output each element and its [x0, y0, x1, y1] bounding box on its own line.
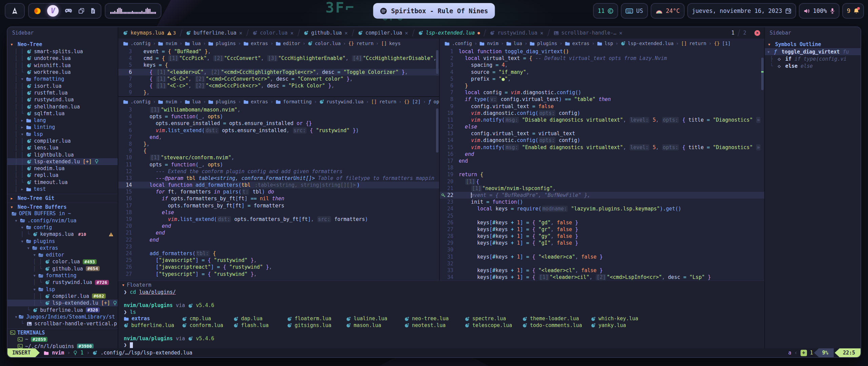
- chevron-down-icon[interactable]: ▾: [27, 245, 32, 251]
- code-line[interactable]: 20 end: [118, 223, 439, 229]
- code-line[interactable]: 26 keys[#keys + 1] = { "gd", false }: [440, 219, 764, 226]
- tree-item[interactable]: │ │ repl.lua: [7, 172, 118, 179]
- tree-item[interactable]: ▾.config/nvim/lua: [7, 217, 118, 224]
- code-line[interactable]: 6 vim.list_extend(dst: opts.ensure_insta…: [118, 127, 439, 134]
- close-all-button[interactable]: ×: [754, 30, 760, 36]
- code-line[interactable]: 3 spacing = 4,: [440, 62, 764, 68]
- floaterm-panel[interactable]: ▾ Floaterm ❯ cd lua/plugins/nvim/lua/plu…: [118, 281, 764, 348]
- code-line[interactable]: 15 for ft, formatters in pairs(t: tbl) d…: [118, 188, 439, 195]
- code-line[interactable]: 18 else: [118, 209, 439, 216]
- code-line[interactable]: 15 vim.notify(msg: "Enabled diagnostics …: [440, 144, 764, 151]
- code-line[interactable]: 33 keys[#keys + 1] = { "<leader>cl", fal…: [440, 267, 764, 274]
- code-line[interactable]: 30: [440, 246, 764, 253]
- code-line[interactable]: 8 },: [118, 141, 439, 147]
- code-line[interactable]: 3 event = { "BufRead" },: [118, 48, 439, 55]
- code-line[interactable]: 9 },: [118, 89, 439, 96]
- code-line[interactable]: 19 vim.list_extend(dst: opts.formatters_…: [118, 216, 439, 223]
- code-line[interactable]: 11 vim.notify(msg: "Disable diagnostics …: [440, 117, 764, 123]
- tree-item[interactable]: │ ▾formatting: [7, 76, 118, 82]
- tree-section-header[interactable]: ▾Neo-Tree Buffers: [7, 203, 118, 210]
- tree-item[interactable]: ▾lsp: [7, 286, 118, 293]
- code-line[interactable]: 14 local function add_formatters(tbl :ta…: [118, 182, 439, 188]
- code-line[interactable]: 14 vim.diagnostic.config(opts: config): [440, 137, 764, 144]
- tree-item[interactable]: ▾formatting: [7, 272, 118, 279]
- gamepad-icon[interactable]: [65, 8, 72, 14]
- code-line[interactable]: 1local function toggle_diag_virtext(): [440, 48, 764, 55]
- tree-item[interactable]: │ │ compiler.lua: [7, 138, 118, 144]
- code-line[interactable]: 32: [440, 260, 764, 267]
- code-line[interactable]: 5 opts.ensure_installed = opts.ensure_in…: [118, 120, 439, 127]
- updates-widget[interactable]: 11: [593, 3, 618, 19]
- code-line[interactable]: 34 keys[#keys + 1] = { [1]"<leader>cil",…: [440, 274, 764, 281]
- tree-item[interactable]: │ │ color.lua#493: [7, 258, 118, 265]
- code-line[interactable]: 20 [1]{: [440, 178, 764, 185]
- code-line[interactable]: 19return {: [440, 171, 764, 178]
- terminal-file-entry[interactable]: dap.lua: [234, 316, 287, 322]
- code-line[interactable]: 27 ["typescript"] = { "rustywind" },: [118, 271, 439, 278]
- code-line[interactable]: 7 { [1]"<S-C>", [2]"<cmd>CccConvert<cr>"…: [118, 76, 439, 82]
- tree-item[interactable]: │ │ smart-splits.lua: [7, 48, 118, 55]
- system-graph-widget[interactable]: [105, 3, 161, 19]
- tab-github-lua[interactable]: github.lua×: [299, 27, 353, 39]
- tree-item[interactable]: ~#2859: [7, 336, 118, 343]
- editor-pane-rustywind-lua[interactable]: .config›nvim›lua›plugins›extras›formatti…: [118, 97, 439, 281]
- code-line[interactable]: 17 opts.formatters_by_ft[ft] = formatter…: [118, 202, 439, 209]
- code-line[interactable]: 17end: [440, 158, 764, 164]
- chevron-down-icon[interactable]: ▾: [767, 49, 772, 55]
- code-line[interactable]: 4 cmd = { [1]"CccPick", [2]"CccConvert",…: [118, 55, 439, 62]
- terminal-file-entry[interactable]: conform.lua: [182, 322, 234, 329]
- terminal-file-entry[interactable]: cmp.lua: [182, 316, 234, 322]
- code-line[interactable]: 25 ["javascript"] = { "rustywind" },: [118, 257, 439, 264]
- terminal-file-entry[interactable]: spectre.lua: [465, 316, 522, 322]
- tree-item[interactable]: │ │ winshift.lua: [7, 62, 118, 69]
- doc-icon[interactable]: [91, 8, 96, 14]
- terminal-file-entry[interactable]: flash.lua: [234, 322, 287, 329]
- tree-item[interactable]: │ │ undotree.lua: [7, 55, 118, 62]
- tab-close-icon[interactable]: ×: [405, 30, 408, 36]
- tree-item[interactable]: │ ▸linting: [7, 124, 118, 130]
- tree-item[interactable]: │ │ lightbulb.lua: [7, 151, 118, 158]
- scrollbar-handle[interactable]: [436, 108, 438, 152]
- tree-item[interactable]: │ │ rustfmt.lua: [7, 89, 118, 96]
- editor-pane-color-lua[interactable]: .config›nvim›lua›plugins›extras›editor›c…: [118, 39, 439, 96]
- terminal-dir-entry[interactable]: extras: [124, 316, 182, 322]
- code-line[interactable]: 27 keys[#keys + 1] = { "gr", false }: [440, 226, 764, 233]
- clock-widget[interactable]: jueves, noviembre 16, 2023: [687, 3, 796, 19]
- tree-item[interactable]: │ │ neodim.lua: [7, 165, 118, 172]
- tree-item[interactable]: └ bufferline.lua#328: [7, 306, 118, 313]
- tree-item[interactable]: ~/.c/n/l/plugins#3980: [7, 343, 118, 348]
- chevron-down-icon[interactable]: ▾: [21, 238, 26, 244]
- outline-section-header[interactable]: ▾Symbols Outline: [765, 41, 861, 48]
- outline-item[interactable]: └ ◇ else else: [765, 62, 861, 69]
- tab-bufferline-lua[interactable]: bufferline.lua×: [181, 27, 247, 39]
- tree-item[interactable]: │ │ lsp-extended.lu[+]: [7, 158, 118, 165]
- code-line[interactable]: 6 { [1]"<leader>uC", [2]"<cmd>CccHighlig…: [118, 69, 439, 76]
- terminal-output[interactable]: ❯ cd lua/plugins/nvim/lua/plugins via v5…: [118, 289, 764, 348]
- code-line[interactable]: 25: [440, 212, 764, 219]
- copy-icon[interactable]: [78, 8, 84, 14]
- scrollbar-handle[interactable]: [436, 50, 438, 74]
- breadcrumb[interactable]: .config›nvim›lua›plugins›extras›formatti…: [118, 97, 439, 106]
- code-line[interactable]: 22 end: [118, 237, 439, 243]
- chevron-right-icon[interactable]: ▸: [21, 124, 26, 130]
- weather-widget[interactable]: 24°C: [651, 3, 685, 19]
- chevron-down-icon[interactable]: ▾: [33, 286, 38, 292]
- tree-item[interactable]: │ └ sqlfmt.lua: [7, 110, 118, 117]
- code-line[interactable]: 6 }: [440, 82, 764, 89]
- tree-item[interactable]: │ │ lens.lua: [7, 144, 118, 151]
- code-line[interactable]: 31 keys[#keys + 1] = { "<leader>ca", fal…: [440, 253, 764, 260]
- terminal-file-entry[interactable]: bufferline.lua: [124, 322, 182, 329]
- app-launcher-button[interactable]: [5, 3, 25, 19]
- code-line[interactable]: 8 if type(v: config.virtual_text) == "ta…: [440, 96, 764, 103]
- tab-close-icon[interactable]: ×: [290, 30, 294, 36]
- chevron-right-icon[interactable]: ▸: [21, 186, 26, 192]
- tab-close-icon[interactable]: ×: [239, 30, 242, 36]
- tree-item[interactable]: │ ▸test: [7, 186, 118, 192]
- code-line[interactable]: 12 --- Extend the conform plugin config …: [118, 168, 439, 175]
- chevron-down-icon[interactable]: ▾: [21, 131, 26, 137]
- code-line[interactable]: 18: [440, 164, 764, 171]
- code-line[interactable]: 9 config.virtual_text = false: [440, 103, 764, 110]
- tree-section-header[interactable]: TERMINALS: [7, 328, 118, 336]
- notifications-widget[interactable]: 9: [842, 3, 864, 19]
- code-line[interactable]: 23 init = function(): [440, 199, 764, 205]
